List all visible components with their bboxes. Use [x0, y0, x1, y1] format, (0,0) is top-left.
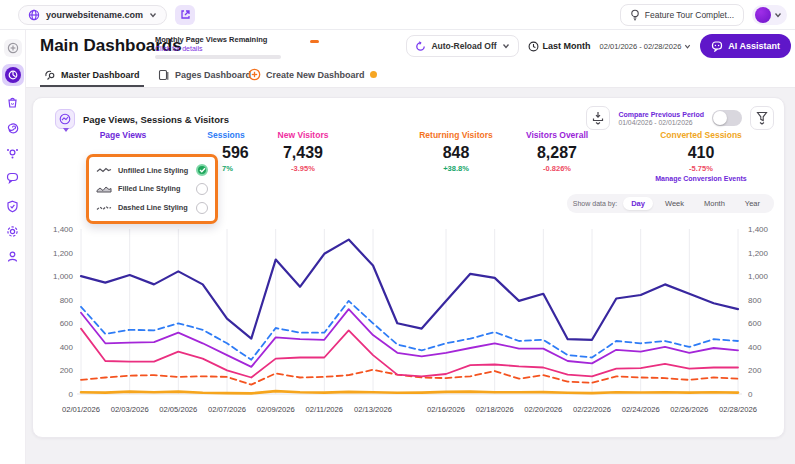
- tab-master-dashboard[interactable]: Master Dashboard: [44, 62, 140, 87]
- tab-label: Pages Dashboard: [175, 70, 251, 80]
- granularity-month[interactable]: Month: [696, 197, 733, 210]
- chevron-down-icon: [149, 11, 157, 19]
- period-label: Last Month: [543, 41, 591, 51]
- metric-page-views[interactable]: Page Views: [73, 130, 173, 140]
- compare-toggle[interactable]: [712, 110, 742, 126]
- svg-text:0: 0: [748, 390, 753, 399]
- metric-new-visitors[interactable]: New Visitors 7,439 -3.95%: [253, 130, 353, 173]
- download-button[interactable]: [586, 106, 610, 130]
- sidebar-item-dashboards[interactable]: [2, 64, 24, 86]
- date-range-selector[interactable]: 02/01/2026 - 02/28/2026: [600, 42, 692, 51]
- date-range-value: 02/01/2026 - 02/28/2026: [600, 42, 682, 51]
- top-bar: yourwebsitename.com Feature Tour Complet…: [0, 0, 795, 30]
- card-title: Page Views, Sessions & Visitors: [83, 114, 229, 125]
- chart-card: Page Views, Sessions & Visitors Compare …: [32, 97, 785, 438]
- granularity-day[interactable]: Day: [623, 197, 653, 210]
- dashboard-icon: [8, 70, 18, 80]
- metric-delta: +38.8%: [406, 164, 506, 173]
- ai-assistant-label: AI Assistant: [728, 41, 780, 51]
- svg-text:02/26/2026: 02/26/2026: [670, 405, 708, 414]
- svg-text:800: 800: [60, 296, 74, 305]
- gear-icon: [6, 225, 19, 238]
- show-data-by-label: Show data by:: [573, 200, 617, 207]
- plus-circle-icon: [248, 68, 261, 81]
- clock-icon: [528, 41, 539, 52]
- filter-funnel-icon: [756, 111, 768, 125]
- granularity-year[interactable]: Year: [737, 197, 768, 210]
- site-selector[interactable]: yourwebsitename.com: [18, 5, 167, 25]
- chevron-down-icon: [502, 42, 510, 50]
- monthly-pageviews-label: Monthly Page Views Remaining: [155, 35, 325, 44]
- chevron-down-icon: [684, 43, 691, 50]
- svg-text:600: 600: [748, 319, 762, 328]
- sidebar-item-automation[interactable]: [4, 143, 22, 161]
- chart-widget-icon[interactable]: [55, 109, 75, 129]
- svg-text:02/20/2026: 02/20/2026: [524, 405, 562, 414]
- line-chart[interactable]: 002002004004006006008008001,0001,0001,20…: [33, 220, 786, 432]
- svg-text:1,200: 1,200: [748, 249, 769, 258]
- svg-text:1,000: 1,000: [748, 272, 769, 281]
- filter-button[interactable]: [750, 106, 774, 130]
- metric-label: Returning Visitors: [406, 130, 506, 140]
- sidebar-item-chat[interactable]: [4, 168, 22, 186]
- svg-text:02/01/2026: 02/01/2026: [62, 405, 100, 414]
- option-label: Dashed Line Styling: [118, 203, 190, 212]
- sidebar-item-collapse[interactable]: [4, 39, 22, 57]
- metric-value: 848: [406, 144, 506, 162]
- svg-text:02/09/2026: 02/09/2026: [257, 405, 295, 414]
- metric-visitors-overall[interactable]: Visitors Overall 8,287 -0.826%: [507, 130, 607, 173]
- sidebar-item-settings[interactable]: [4, 222, 22, 240]
- chevron-down-icon: [774, 11, 782, 19]
- auto-reload-dropdown[interactable]: Auto-Reload Off: [406, 35, 518, 57]
- dashed-line-icon: [96, 204, 112, 212]
- tab-label: Master Dashboard: [61, 70, 140, 80]
- sidebar-item-security[interactable]: [4, 197, 22, 215]
- compare-label: Compare Previous Period: [618, 111, 704, 118]
- person-icon: [6, 250, 19, 263]
- external-link-icon: [180, 9, 191, 20]
- sidebar-item-funnels[interactable]: [4, 118, 22, 136]
- svg-text:02/18/2026: 02/18/2026: [476, 405, 514, 414]
- svg-text:200: 200: [748, 366, 762, 375]
- download-icon: [592, 111, 604, 125]
- sidebar: [0, 30, 26, 464]
- option-unfilled-line[interactable]: Unfilled Line Styling: [96, 164, 208, 176]
- radio-selected[interactable]: [196, 164, 208, 176]
- metric-label: Page Views: [73, 130, 173, 140]
- metric-converted-sessions[interactable]: Converted Sessions 410 -5.75% Manage Con…: [636, 130, 766, 182]
- option-dashed-line[interactable]: Dashed Line Styling: [96, 202, 208, 214]
- click-for-details-link[interactable]: Click for details: [155, 45, 325, 52]
- tab-pages-dashboard[interactable]: Pages Dashboard: [158, 62, 251, 87]
- user-menu[interactable]: [752, 5, 787, 25]
- option-label: Filled Line Styling: [118, 184, 190, 193]
- chat-ai-icon: [711, 40, 723, 52]
- notification-dot: [370, 71, 377, 78]
- svg-text:1,400: 1,400: [748, 225, 769, 234]
- svg-text:02/24/2026: 02/24/2026: [622, 405, 660, 414]
- metric-delta: -3.95%: [253, 164, 353, 173]
- sidebar-item-support[interactable]: [4, 247, 22, 265]
- manage-conversion-events-link[interactable]: Manage Conversion Events: [636, 175, 766, 182]
- circle-plus-icon: [7, 42, 19, 54]
- shield-check-icon: [6, 200, 19, 213]
- metric-value: 7,439: [253, 144, 353, 162]
- sidebar-item-store[interactable]: [4, 93, 22, 111]
- period-selector[interactable]: Last Month: [528, 41, 591, 52]
- svg-text:200: 200: [60, 366, 74, 375]
- tab-create-new-dashboard[interactable]: Create New Dashboard: [248, 62, 377, 87]
- auto-reload-label: Auto-Reload Off: [431, 41, 496, 51]
- metric-returning-visitors[interactable]: Returning Visitors 848 +38.8%: [406, 130, 506, 173]
- orbit-icon: [6, 146, 19, 159]
- ai-assistant-button[interactable]: AI Assistant: [700, 34, 791, 58]
- unfilled-line-icon: [96, 166, 112, 174]
- radio-unselected[interactable]: [196, 202, 208, 214]
- page-header: Main Dashboards Monthly Page Views Remai…: [26, 30, 795, 62]
- feature-tour-pill[interactable]: Feature Tour Complet...: [620, 4, 744, 26]
- option-filled-line[interactable]: Filled Line Styling: [96, 183, 208, 195]
- granularity-week[interactable]: Week: [657, 197, 692, 210]
- metric-label: New Visitors: [253, 130, 353, 140]
- feature-tour-label: Feature Tour Complet...: [645, 10, 734, 20]
- open-external-button[interactable]: [175, 5, 195, 25]
- radio-unselected[interactable]: [196, 183, 208, 195]
- compare-previous-period[interactable]: Compare Previous Period 01/04/2026 - 02/…: [618, 111, 704, 126]
